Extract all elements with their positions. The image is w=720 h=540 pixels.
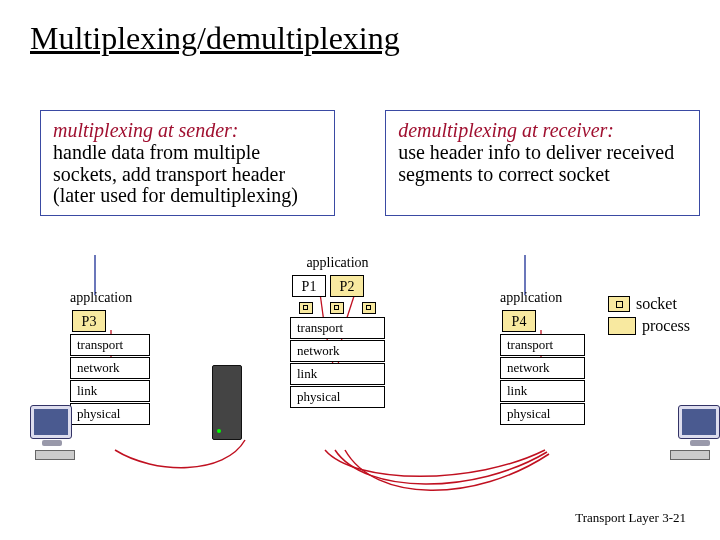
mux-text: handle data from multiple sockets, add t… [53, 142, 322, 207]
diagram: application P3 transport network link ph… [30, 255, 700, 495]
layer-link: link [500, 380, 585, 402]
layer-application: application [500, 290, 585, 306]
legend: socket process [608, 295, 690, 339]
process-p3: P3 [72, 310, 106, 332]
layer-network: network [500, 357, 585, 379]
page-title: Multiplexing/demultiplexing [30, 20, 720, 57]
socket-icon [299, 302, 313, 314]
layer-physical: physical [70, 403, 150, 425]
concept-boxes: multiplexing at sender: handle data from… [40, 110, 700, 216]
layer-physical: physical [290, 386, 385, 408]
socket-legend-icon [608, 296, 630, 312]
demux-box: demultiplexing at receiver: use header i… [385, 110, 700, 216]
layer-network: network [70, 357, 150, 379]
socket-icon [330, 302, 344, 314]
footer-page: 3-21 [662, 510, 686, 525]
process-legend-label: process [642, 317, 690, 335]
socket-icon [362, 302, 376, 314]
computer-icon [30, 405, 72, 439]
process-p2: P2 [330, 275, 364, 297]
host-left-stack: application P3 transport network link ph… [70, 290, 150, 426]
layer-transport: transport [290, 317, 385, 339]
layer-transport: transport [70, 334, 150, 356]
layer-network: network [290, 340, 385, 362]
layer-application: application [290, 255, 385, 271]
socket-legend-label: socket [636, 295, 677, 313]
layer-link: link [290, 363, 385, 385]
demux-text: use header info to deliver received segm… [398, 142, 687, 185]
footer: Transport Layer 3-21 [575, 510, 686, 526]
keyboard-icon [670, 450, 710, 460]
process-p4: P4 [502, 310, 536, 332]
layer-application: application [70, 290, 150, 306]
server-icon [212, 365, 242, 440]
mux-box: multiplexing at sender: handle data from… [40, 110, 335, 216]
footer-section: Transport Layer [575, 510, 659, 525]
layer-physical: physical [500, 403, 585, 425]
layer-link: link [70, 380, 150, 402]
host-middle-stack: application P1 P2 transport network link… [290, 255, 385, 409]
host-right-stack: application P4 transport network link ph… [500, 290, 585, 426]
layer-transport: transport [500, 334, 585, 356]
demux-title: demultiplexing at receiver: [398, 119, 687, 142]
computer-icon [678, 405, 720, 439]
mux-title: multiplexing at sender: [53, 119, 322, 142]
process-p1: P1 [292, 275, 326, 297]
process-legend-icon [608, 317, 636, 335]
keyboard-icon [35, 450, 75, 460]
